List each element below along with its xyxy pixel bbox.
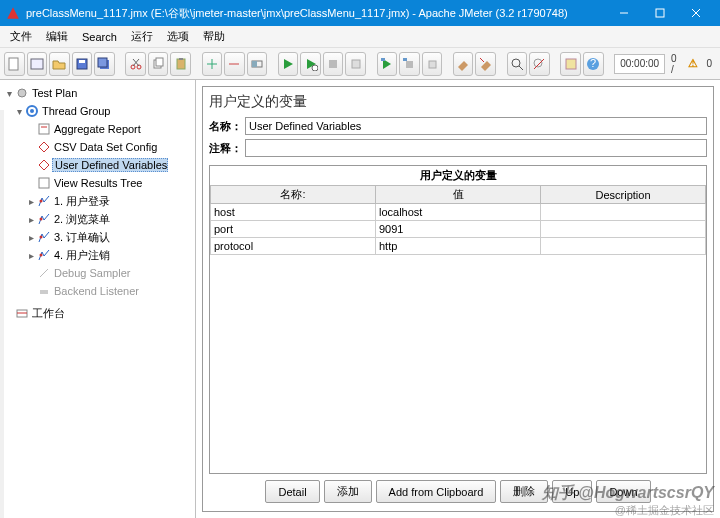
help-icon[interactable]: ? (583, 52, 604, 76)
menu-edit[interactable]: 编辑 (40, 27, 74, 46)
tree-scrollbar[interactable] (0, 110, 4, 518)
menu-help[interactable]: 帮助 (197, 27, 231, 46)
menubar: 文件 编辑 Search 运行 选项 帮助 (0, 26, 720, 48)
svg-point-38 (18, 89, 26, 97)
svg-point-45 (40, 218, 43, 221)
svg-rect-28 (403, 58, 407, 61)
toolbar: ? 00:00:00 0 / ⚠ 0 (0, 48, 720, 80)
svg-point-33 (534, 59, 542, 67)
close-button[interactable] (678, 0, 714, 26)
menu-run[interactable]: 运行 (125, 27, 159, 46)
col-value[interactable]: 值 (376, 186, 541, 204)
svg-text:?: ? (590, 57, 596, 69)
tree-item-disabled[interactable]: Debug Sampler (52, 267, 130, 279)
run-notimers-icon[interactable] (300, 52, 321, 76)
remote-start-icon[interactable] (377, 52, 398, 76)
maximize-button[interactable] (642, 0, 678, 26)
svg-point-23 (312, 65, 318, 71)
stop-icon[interactable] (323, 52, 344, 76)
svg-rect-24 (329, 60, 337, 68)
tree-item[interactable]: 2. 浏览菜单 (52, 212, 110, 227)
error-count: 0 (702, 58, 716, 69)
remote-stop-icon[interactable] (399, 52, 420, 76)
svg-point-46 (40, 236, 43, 239)
button-row: Detail 添加 Add from Clipboard 删除 Up Down (209, 474, 707, 505)
col-desc[interactable]: Description (541, 186, 706, 204)
minimize-button[interactable] (606, 0, 642, 26)
tree-item[interactable]: CSV Data Set Config (52, 141, 157, 153)
up-button[interactable]: Up (552, 480, 592, 503)
threadgroup-icon (24, 104, 40, 118)
add-clipboard-button[interactable]: Add from Clipboard (376, 480, 497, 503)
detail-button[interactable]: Detail (265, 480, 319, 503)
col-name[interactable]: 名称: (211, 186, 376, 204)
tree-item[interactable]: 1. 用户登录 (52, 194, 110, 209)
reset-search-icon[interactable] (529, 52, 550, 76)
tree-item[interactable]: View Results Tree (52, 177, 142, 189)
editor-panel: 用户定义的变量 名称： 注释： 用户定义的变量 名称: 值 Descriptio… (196, 80, 720, 518)
tree-item-selected[interactable]: User Defined Variables (52, 158, 168, 172)
svg-rect-26 (381, 58, 385, 61)
warning-icon[interactable]: ⚠ (686, 57, 700, 70)
tree-workbench[interactable]: 工作台 (30, 306, 65, 321)
svg-rect-17 (179, 58, 183, 60)
svg-point-44 (40, 200, 43, 203)
svg-rect-22 (252, 61, 257, 67)
menu-options[interactable]: 选项 (161, 27, 195, 46)
shutdown-icon[interactable] (345, 52, 366, 76)
menu-file[interactable]: 文件 (4, 27, 38, 46)
cut-icon[interactable] (125, 52, 146, 76)
testplan-icon (14, 86, 30, 100)
comment-label: 注释： (209, 141, 245, 156)
tree-item[interactable]: Aggregate Report (52, 123, 141, 135)
test-plan-tree[interactable]: ▾Test Plan ▾Thread Group Aggregate Repor… (0, 80, 196, 518)
debug-icon (36, 266, 52, 280)
run-count: 0 / (667, 53, 684, 75)
svg-line-32 (519, 66, 523, 70)
clear-all-icon[interactable] (475, 52, 496, 76)
csv-icon (36, 140, 52, 154)
copy-icon[interactable] (148, 52, 169, 76)
function-helper-icon[interactable] (560, 52, 581, 76)
comment-field[interactable] (245, 139, 707, 157)
tree-item[interactable]: 3. 订单确认 (52, 230, 110, 245)
svg-rect-48 (40, 290, 48, 294)
templates-icon[interactable] (27, 52, 48, 76)
delete-button[interactable]: 删除 (500, 480, 548, 503)
table-row: protocolhttp (211, 238, 706, 255)
svg-rect-41 (39, 124, 49, 134)
remote-shutdown-icon[interactable] (422, 52, 443, 76)
down-button[interactable]: Down (596, 480, 650, 503)
open-icon[interactable] (49, 52, 70, 76)
workbench-icon (14, 306, 30, 320)
toggle-icon[interactable] (247, 52, 268, 76)
expand-icon[interactable] (202, 52, 223, 76)
backend-icon (36, 284, 52, 298)
svg-rect-25 (352, 60, 360, 68)
save-icon[interactable] (72, 52, 93, 76)
name-field[interactable] (245, 117, 707, 135)
clear-icon[interactable] (453, 52, 474, 76)
panel-heading: 用户定义的变量 (209, 93, 707, 111)
svg-rect-43 (39, 178, 49, 188)
titlebar: preClassMenu_1117.jmx (E:\谷歌\jmeter-mast… (0, 0, 720, 26)
paste-icon[interactable] (170, 52, 191, 76)
tree-threadgroup[interactable]: Thread Group (40, 105, 110, 117)
svg-rect-16 (177, 59, 185, 69)
collapse-icon[interactable] (224, 52, 245, 76)
add-button[interactable]: 添加 (324, 480, 372, 503)
new-icon[interactable] (4, 52, 25, 76)
variables-table[interactable]: 名称: 值 Description hostlocalhost port9091… (210, 185, 706, 255)
run-icon[interactable] (278, 52, 299, 76)
svg-point-47 (40, 254, 43, 257)
tree-item[interactable]: 4. 用户注销 (52, 248, 110, 263)
search-icon[interactable] (507, 52, 528, 76)
tree-root[interactable]: Test Plan (30, 87, 77, 99)
save-all-icon[interactable] (94, 52, 115, 76)
svg-rect-15 (156, 58, 163, 66)
window-controls (606, 0, 714, 26)
tree-item-disabled[interactable]: Backend Listener (52, 285, 139, 297)
menu-search[interactable]: Search (76, 29, 123, 45)
report-icon (36, 122, 52, 136)
svg-rect-27 (406, 61, 413, 68)
